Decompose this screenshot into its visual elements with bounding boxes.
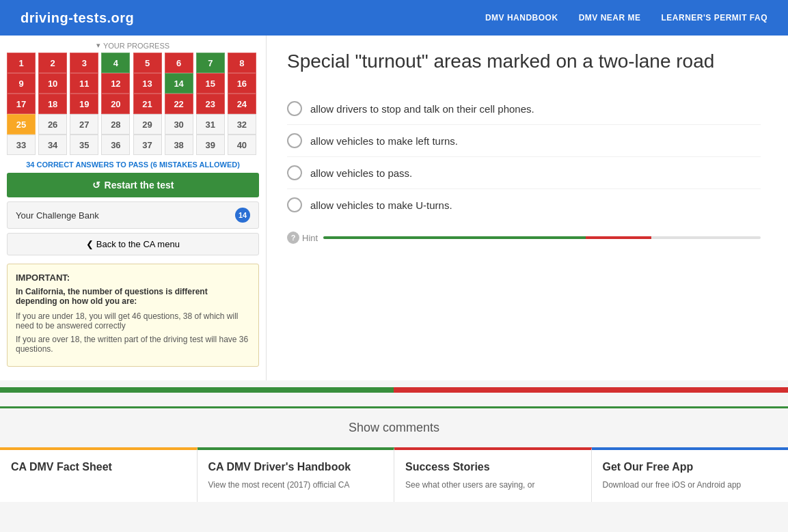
radio-d [287, 197, 302, 212]
hint-button[interactable]: ? Hint [287, 232, 318, 244]
radio-a [287, 101, 302, 116]
grid-cell-13[interactable]: 13 [133, 73, 162, 94]
bottom-card-title-2: Success Stories [405, 461, 580, 473]
grid-cell-7[interactable]: 7 [196, 53, 225, 73]
main-layout: ▾ YOUR PROGRESS 123456789101112131415161… [0, 36, 788, 380]
grid-cell-22[interactable]: 22 [165, 94, 193, 114]
progress-bar-area: ? Hint [287, 232, 761, 244]
bottom-card-0[interactable]: CA DMV Fact Sheet [0, 447, 198, 502]
grid-cell-1[interactable]: 1 [7, 53, 36, 73]
grid-cell-12[interactable]: 12 [101, 73, 130, 94]
nav-learners-permit-faq[interactable]: LEARNER'S PERMIT FAQ [661, 13, 767, 23]
answer-option-c[interactable]: allow vehicles to pass. [287, 157, 761, 189]
nav-dmv-handbook[interactable]: DMV HANDBOOK [485, 13, 558, 23]
restart-button[interactable]: ↺ Restart the test [7, 173, 259, 197]
grid-cell-17[interactable]: 17 [7, 94, 36, 114]
grid-cell-30[interactable]: 30 [165, 114, 193, 135]
bottom-card-title-3: Get Our Free App [603, 461, 778, 473]
progress-fill-green [323, 236, 586, 239]
grid-cell-20[interactable]: 20 [101, 94, 130, 114]
answer-option-a[interactable]: allow drivers to stop and talk on their … [287, 93, 761, 125]
grid-cell-19[interactable]: 19 [70, 94, 98, 114]
answer-text-c: allow vehicles to pass. [310, 167, 412, 179]
bottom-card-text-3: Download our free iOS or Android app [603, 479, 778, 491]
grid-cell-3[interactable]: 3 [70, 53, 98, 73]
grid-cell-5[interactable]: 5 [133, 53, 162, 73]
grid-cell-10[interactable]: 10 [38, 73, 67, 94]
grid-cell-16[interactable]: 16 [228, 73, 256, 94]
grid-cell-21[interactable]: 21 [133, 94, 162, 114]
question-grid: 1234567891011121314151617181920212223242… [7, 53, 259, 155]
important-text-2: If you are over 18, the written part of … [16, 335, 250, 354]
header-nav: DMV HANDBOOK DMV NEAR ME LEARNER'S PERMI… [485, 13, 767, 23]
restart-icon: ↺ [92, 180, 100, 191]
show-comments-button[interactable]: Show comments [0, 406, 788, 447]
grid-cell-14[interactable]: 14 [165, 73, 193, 94]
grid-cell-15[interactable]: 15 [196, 73, 225, 94]
bottom-card-text-2: See what other users are saying, or [405, 479, 580, 491]
bottom-cards: CA DMV Fact Sheet CA DMV Driver's Handbo… [0, 447, 788, 502]
grid-cell-32[interactable]: 32 [228, 114, 256, 135]
grid-cell-29[interactable]: 29 [133, 114, 162, 135]
grid-cell-6[interactable]: 6 [165, 53, 193, 73]
grid-cell-23[interactable]: 23 [196, 94, 225, 114]
bottom-card-2[interactable]: Success Stories See what other users are… [394, 447, 592, 502]
answer-option-b[interactable]: allow vehicles to make left turns. [287, 125, 761, 157]
answer-options: allow drivers to stop and talk on their … [287, 93, 761, 221]
grid-cell-25[interactable]: 25 [7, 114, 36, 135]
bottom-card-1[interactable]: CA DMV Driver's Handbook View the most r… [198, 447, 395, 502]
grid-cell-38[interactable]: 38 [165, 135, 193, 155]
grid-cell-33[interactable]: 33 [7, 135, 36, 155]
bottom-card-3[interactable]: Get Our Free App Download our free iOS o… [592, 447, 789, 502]
challenge-bank-button[interactable]: Your Challenge Bank 14 [7, 201, 259, 229]
grid-cell-4[interactable]: 4 [101, 53, 130, 73]
radio-c [287, 165, 302, 180]
hint-icon: ? [287, 232, 299, 244]
chevron-down-icon: ▾ [96, 41, 100, 50]
question-area: Special "turnout" areas marked on a two-… [267, 36, 788, 380]
important-title: IMPORTANT: [16, 272, 250, 283]
grid-cell-31[interactable]: 31 [196, 114, 225, 135]
grid-cell-9[interactable]: 9 [7, 73, 36, 94]
grid-cell-2[interactable]: 2 [38, 53, 67, 73]
grid-cell-26[interactable]: 26 [38, 114, 67, 135]
grid-cell-35[interactable]: 35 [70, 135, 98, 155]
grid-cell-11[interactable]: 11 [70, 73, 98, 94]
challenge-badge: 14 [235, 208, 250, 223]
sidebar: ▾ YOUR PROGRESS 123456789101112131415161… [0, 36, 267, 380]
progress-track [323, 236, 761, 239]
grid-cell-28[interactable]: 28 [101, 114, 130, 135]
grid-cell-8[interactable]: 8 [228, 53, 256, 73]
back-button[interactable]: ❮ Back to the CA menu [7, 233, 259, 255]
grid-cell-40[interactable]: 40 [228, 135, 256, 155]
grid-cell-36[interactable]: 36 [101, 135, 130, 155]
hint-label: Hint [302, 233, 318, 243]
answer-text-b: allow vehicles to make left turns. [310, 135, 458, 147]
important-body: In California, the number of questions i… [16, 287, 250, 306]
answer-text-d: allow vehicles to make U-turns. [310, 199, 452, 211]
pass-info: 34 CORRECT ANSWERS TO PASS (6 MISTAKES A… [0, 160, 266, 169]
grid-cell-34[interactable]: 34 [38, 135, 67, 155]
grid-cell-24[interactable]: 24 [228, 94, 256, 114]
grid-cell-18[interactable]: 18 [38, 94, 67, 114]
nav-dmv-near-me[interactable]: DMV NEAR ME [579, 13, 641, 23]
grid-cell-39[interactable]: 39 [196, 135, 225, 155]
bottom-card-title-0: CA DMV Fact Sheet [11, 461, 186, 473]
question-title: Special "turnout" areas marked on a two-… [287, 49, 761, 74]
grid-cell-27[interactable]: 27 [70, 114, 98, 135]
answer-option-d[interactable]: allow vehicles to make U-turns. [287, 189, 761, 221]
bottom-card-text-1: View the most recent (2017) official CA [208, 479, 383, 491]
site-logo[interactable]: driving-tests.org [21, 10, 134, 26]
progress-label: ▾ YOUR PROGRESS [0, 36, 266, 53]
progress-fill-red [586, 236, 651, 239]
grid-cell-37[interactable]: 37 [133, 135, 162, 155]
bottom-card-title-1: CA DMV Driver's Handbook [208, 461, 383, 473]
radio-b [287, 133, 302, 148]
answer-text-a: allow drivers to stop and talk on their … [310, 103, 534, 115]
important-text-1: If you are under 18, you will get 46 que… [16, 311, 250, 331]
divider-bar [0, 387, 788, 393]
header: driving-tests.org DMV HANDBOOK DMV NEAR … [0, 0, 788, 36]
important-box: IMPORTANT: In California, the number of … [7, 264, 259, 367]
